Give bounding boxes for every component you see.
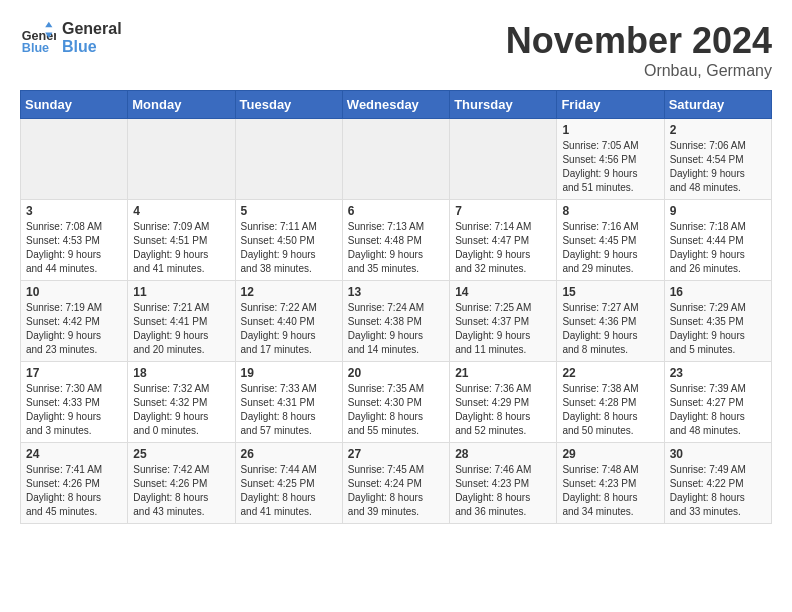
day-info: Sunrise: 7:11 AM Sunset: 4:50 PM Dayligh… (241, 220, 337, 276)
day-number: 8 (562, 204, 658, 218)
day-number: 5 (241, 204, 337, 218)
day-number: 30 (670, 447, 766, 461)
calendar-cell: 19Sunrise: 7:33 AM Sunset: 4:31 PM Dayli… (235, 362, 342, 443)
day-number: 21 (455, 366, 551, 380)
calendar-cell: 23Sunrise: 7:39 AM Sunset: 4:27 PM Dayli… (664, 362, 771, 443)
day-info: Sunrise: 7:08 AM Sunset: 4:53 PM Dayligh… (26, 220, 122, 276)
day-number: 22 (562, 366, 658, 380)
calendar-cell: 26Sunrise: 7:44 AM Sunset: 4:25 PM Dayli… (235, 443, 342, 524)
day-number: 1 (562, 123, 658, 137)
day-number: 24 (26, 447, 122, 461)
logo-text-general: General (62, 20, 122, 38)
weekday-header-friday: Friday (557, 91, 664, 119)
weekday-header-tuesday: Tuesday (235, 91, 342, 119)
calendar-cell (450, 119, 557, 200)
day-info: Sunrise: 7:09 AM Sunset: 4:51 PM Dayligh… (133, 220, 229, 276)
calendar-cell: 21Sunrise: 7:36 AM Sunset: 4:29 PM Dayli… (450, 362, 557, 443)
day-number: 14 (455, 285, 551, 299)
calendar-cell (342, 119, 449, 200)
calendar-body: 1Sunrise: 7:05 AM Sunset: 4:56 PM Daylig… (21, 119, 772, 524)
calendar-cell: 18Sunrise: 7:32 AM Sunset: 4:32 PM Dayli… (128, 362, 235, 443)
location-title: Ornbau, Germany (506, 62, 772, 80)
calendar-cell (128, 119, 235, 200)
day-number: 16 (670, 285, 766, 299)
calendar-cell: 4Sunrise: 7:09 AM Sunset: 4:51 PM Daylig… (128, 200, 235, 281)
calendar-cell: 22Sunrise: 7:38 AM Sunset: 4:28 PM Dayli… (557, 362, 664, 443)
day-number: 18 (133, 366, 229, 380)
day-number: 10 (26, 285, 122, 299)
day-number: 19 (241, 366, 337, 380)
day-info: Sunrise: 7:32 AM Sunset: 4:32 PM Dayligh… (133, 382, 229, 438)
calendar-cell (235, 119, 342, 200)
day-number: 20 (348, 366, 444, 380)
calendar-cell: 5Sunrise: 7:11 AM Sunset: 4:50 PM Daylig… (235, 200, 342, 281)
day-info: Sunrise: 7:46 AM Sunset: 4:23 PM Dayligh… (455, 463, 551, 519)
calendar-cell: 17Sunrise: 7:30 AM Sunset: 4:33 PM Dayli… (21, 362, 128, 443)
day-info: Sunrise: 7:13 AM Sunset: 4:48 PM Dayligh… (348, 220, 444, 276)
calendar-week-2: 3Sunrise: 7:08 AM Sunset: 4:53 PM Daylig… (21, 200, 772, 281)
day-info: Sunrise: 7:35 AM Sunset: 4:30 PM Dayligh… (348, 382, 444, 438)
day-number: 17 (26, 366, 122, 380)
day-info: Sunrise: 7:49 AM Sunset: 4:22 PM Dayligh… (670, 463, 766, 519)
calendar-cell: 1Sunrise: 7:05 AM Sunset: 4:56 PM Daylig… (557, 119, 664, 200)
calendar-cell: 24Sunrise: 7:41 AM Sunset: 4:26 PM Dayli… (21, 443, 128, 524)
day-number: 27 (348, 447, 444, 461)
calendar-week-1: 1Sunrise: 7:05 AM Sunset: 4:56 PM Daylig… (21, 119, 772, 200)
day-info: Sunrise: 7:45 AM Sunset: 4:24 PM Dayligh… (348, 463, 444, 519)
calendar-cell: 2Sunrise: 7:06 AM Sunset: 4:54 PM Daylig… (664, 119, 771, 200)
day-info: Sunrise: 7:05 AM Sunset: 4:56 PM Dayligh… (562, 139, 658, 195)
day-info: Sunrise: 7:39 AM Sunset: 4:27 PM Dayligh… (670, 382, 766, 438)
day-number: 4 (133, 204, 229, 218)
day-number: 11 (133, 285, 229, 299)
calendar-cell: 10Sunrise: 7:19 AM Sunset: 4:42 PM Dayli… (21, 281, 128, 362)
day-number: 13 (348, 285, 444, 299)
calendar-cell: 16Sunrise: 7:29 AM Sunset: 4:35 PM Dayli… (664, 281, 771, 362)
calendar-cell: 27Sunrise: 7:45 AM Sunset: 4:24 PM Dayli… (342, 443, 449, 524)
calendar-cell: 20Sunrise: 7:35 AM Sunset: 4:30 PM Dayli… (342, 362, 449, 443)
weekday-header-monday: Monday (128, 91, 235, 119)
calendar-week-3: 10Sunrise: 7:19 AM Sunset: 4:42 PM Dayli… (21, 281, 772, 362)
page-header: General Blue General Blue November 2024 … (20, 20, 772, 80)
weekday-header-wednesday: Wednesday (342, 91, 449, 119)
day-number: 29 (562, 447, 658, 461)
day-info: Sunrise: 7:21 AM Sunset: 4:41 PM Dayligh… (133, 301, 229, 357)
day-info: Sunrise: 7:22 AM Sunset: 4:40 PM Dayligh… (241, 301, 337, 357)
calendar-cell: 7Sunrise: 7:14 AM Sunset: 4:47 PM Daylig… (450, 200, 557, 281)
day-number: 3 (26, 204, 122, 218)
day-info: Sunrise: 7:18 AM Sunset: 4:44 PM Dayligh… (670, 220, 766, 276)
weekday-header-sunday: Sunday (21, 91, 128, 119)
svg-text:Blue: Blue (22, 41, 49, 55)
day-info: Sunrise: 7:29 AM Sunset: 4:35 PM Dayligh… (670, 301, 766, 357)
calendar-cell: 8Sunrise: 7:16 AM Sunset: 4:45 PM Daylig… (557, 200, 664, 281)
logo-text-blue: Blue (62, 38, 122, 56)
day-info: Sunrise: 7:38 AM Sunset: 4:28 PM Dayligh… (562, 382, 658, 438)
day-info: Sunrise: 7:24 AM Sunset: 4:38 PM Dayligh… (348, 301, 444, 357)
day-info: Sunrise: 7:25 AM Sunset: 4:37 PM Dayligh… (455, 301, 551, 357)
calendar-cell: 11Sunrise: 7:21 AM Sunset: 4:41 PM Dayli… (128, 281, 235, 362)
calendar-table: SundayMondayTuesdayWednesdayThursdayFrid… (20, 90, 772, 524)
day-info: Sunrise: 7:27 AM Sunset: 4:36 PM Dayligh… (562, 301, 658, 357)
day-info: Sunrise: 7:48 AM Sunset: 4:23 PM Dayligh… (562, 463, 658, 519)
day-info: Sunrise: 7:06 AM Sunset: 4:54 PM Dayligh… (670, 139, 766, 195)
svg-marker-2 (45, 22, 52, 27)
calendar-cell (21, 119, 128, 200)
day-info: Sunrise: 7:19 AM Sunset: 4:42 PM Dayligh… (26, 301, 122, 357)
calendar-cell: 15Sunrise: 7:27 AM Sunset: 4:36 PM Dayli… (557, 281, 664, 362)
day-info: Sunrise: 7:42 AM Sunset: 4:26 PM Dayligh… (133, 463, 229, 519)
day-number: 23 (670, 366, 766, 380)
calendar-cell: 3Sunrise: 7:08 AM Sunset: 4:53 PM Daylig… (21, 200, 128, 281)
day-number: 7 (455, 204, 551, 218)
day-number: 2 (670, 123, 766, 137)
weekday-header-saturday: Saturday (664, 91, 771, 119)
calendar-week-5: 24Sunrise: 7:41 AM Sunset: 4:26 PM Dayli… (21, 443, 772, 524)
day-info: Sunrise: 7:41 AM Sunset: 4:26 PM Dayligh… (26, 463, 122, 519)
day-info: Sunrise: 7:33 AM Sunset: 4:31 PM Dayligh… (241, 382, 337, 438)
month-title: November 2024 (506, 20, 772, 62)
calendar-cell: 30Sunrise: 7:49 AM Sunset: 4:22 PM Dayli… (664, 443, 771, 524)
day-number: 15 (562, 285, 658, 299)
calendar-cell: 6Sunrise: 7:13 AM Sunset: 4:48 PM Daylig… (342, 200, 449, 281)
calendar-cell: 14Sunrise: 7:25 AM Sunset: 4:37 PM Dayli… (450, 281, 557, 362)
day-info: Sunrise: 7:14 AM Sunset: 4:47 PM Dayligh… (455, 220, 551, 276)
day-info: Sunrise: 7:36 AM Sunset: 4:29 PM Dayligh… (455, 382, 551, 438)
calendar-cell: 13Sunrise: 7:24 AM Sunset: 4:38 PM Dayli… (342, 281, 449, 362)
